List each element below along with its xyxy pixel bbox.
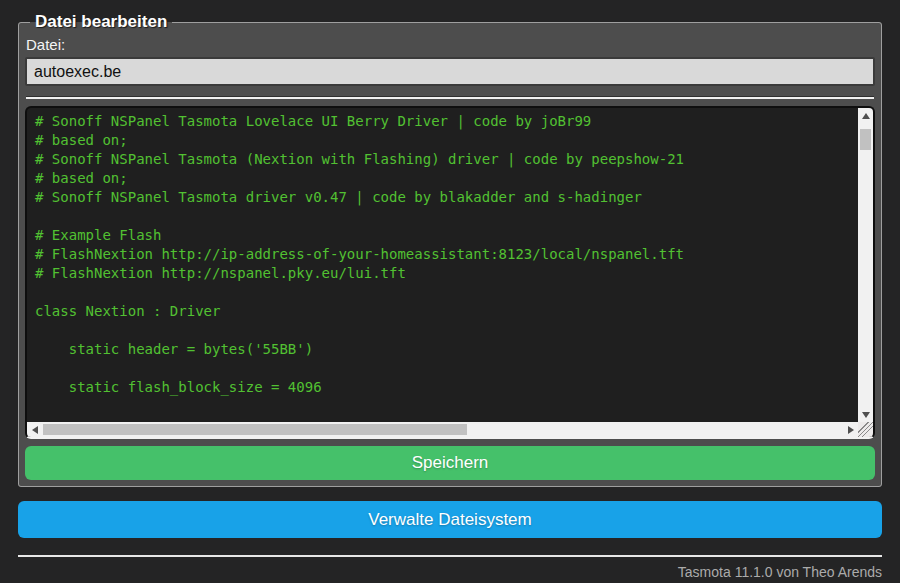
page: Datei bearbeiten Datei: # Sonoff NSPanel…: [0, 12, 900, 583]
scroll-left-icon: [32, 426, 38, 434]
edit-file-legend: Datei bearbeiten: [30, 12, 172, 32]
horizontal-scrollbar-thumb[interactable]: [43, 424, 467, 435]
horizontal-scrollbar[interactable]: [27, 422, 858, 437]
vertical-scrollbar-thumb[interactable]: [860, 129, 871, 150]
scroll-down-icon: [862, 412, 870, 418]
file-name-label: Datei:: [26, 36, 875, 53]
save-button[interactable]: Speichern: [25, 446, 875, 480]
divider: [26, 96, 874, 99]
file-name-input[interactable]: [25, 57, 875, 86]
footer: Tasmota 11.1.0 von Theo Arends: [18, 555, 882, 580]
file-content-textarea[interactable]: # Sonoff NSPanel Tasmota Lovelace UI Ber…: [27, 108, 858, 422]
footer-version: Tasmota 11.1.0 von Theo Arends: [18, 557, 882, 580]
scroll-up-icon: [862, 113, 870, 119]
file-content-editor[interactable]: # Sonoff NSPanel Tasmota Lovelace UI Ber…: [25, 106, 875, 439]
scroll-left-button[interactable]: [27, 422, 42, 437]
manage-filesystem-button[interactable]: Verwalte Dateisystem: [18, 501, 882, 538]
scroll-down-button[interactable]: [858, 407, 873, 422]
scroll-right-button[interactable]: [843, 422, 858, 437]
vertical-scrollbar[interactable]: [858, 108, 873, 422]
resize-grip-icon[interactable]: [858, 422, 873, 437]
edit-file-fieldset: Datei bearbeiten Datei: # Sonoff NSPanel…: [18, 12, 882, 487]
scroll-right-icon: [848, 426, 854, 434]
scroll-up-button[interactable]: [858, 108, 873, 123]
